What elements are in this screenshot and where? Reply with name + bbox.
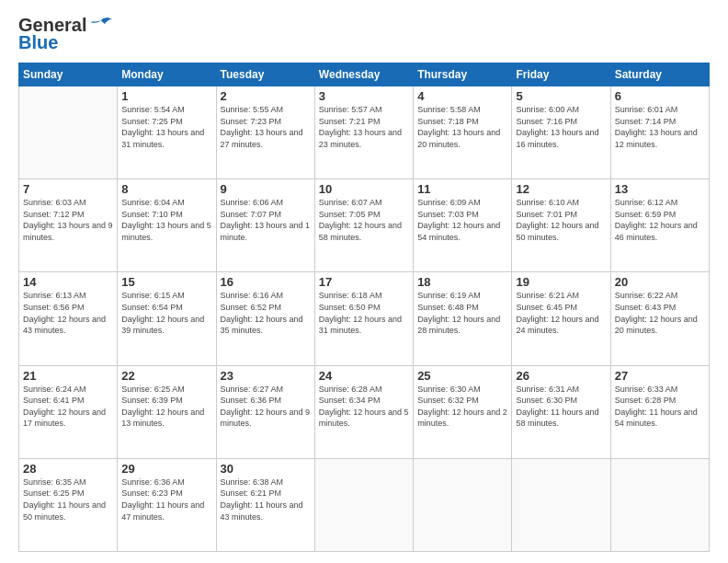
day-info: Sunrise: 6:36 AMSunset: 6:23 PMDaylight:… bbox=[121, 477, 204, 522]
calendar-header-sunday: Sunday bbox=[19, 63, 118, 86]
day-info: Sunrise: 6:13 AMSunset: 6:56 PMDaylight:… bbox=[23, 291, 106, 335]
day-info: Sunrise: 6:19 AMSunset: 6:48 PMDaylight:… bbox=[417, 291, 500, 335]
calendar-cell bbox=[414, 458, 512, 551]
day-info: Sunrise: 6:22 AMSunset: 6:43 PMDaylight:… bbox=[615, 291, 698, 335]
calendar-cell: 3 Sunrise: 5:57 AMSunset: 7:21 PMDayligh… bbox=[314, 86, 413, 179]
calendar-cell: 4 Sunrise: 5:58 AMSunset: 7:18 PMDayligh… bbox=[414, 86, 512, 179]
calendar-cell: 9 Sunrise: 6:06 AMSunset: 7:07 PMDayligh… bbox=[216, 179, 314, 272]
calendar-cell: 13 Sunrise: 6:12 AMSunset: 6:59 PMDaylig… bbox=[610, 179, 709, 272]
day-number: 1 bbox=[121, 89, 211, 103]
day-info: Sunrise: 6:27 AMSunset: 6:36 PMDaylight:… bbox=[221, 385, 311, 429]
day-info: Sunrise: 5:58 AMSunset: 7:18 PMDaylight:… bbox=[417, 105, 500, 149]
calendar-cell: 18 Sunrise: 6:19 AMSunset: 6:48 PMDaylig… bbox=[414, 272, 512, 365]
calendar-week-row: 1 Sunrise: 5:54 AMSunset: 7:25 PMDayligh… bbox=[19, 86, 710, 179]
day-number: 25 bbox=[417, 369, 507, 383]
day-info: Sunrise: 6:06 AMSunset: 7:07 PMDaylight:… bbox=[221, 198, 311, 242]
calendar-cell: 1 Sunrise: 5:54 AMSunset: 7:25 PMDayligh… bbox=[118, 86, 216, 179]
calendar-week-row: 14 Sunrise: 6:13 AMSunset: 6:56 PMDaylig… bbox=[19, 272, 710, 365]
day-info: Sunrise: 6:00 AMSunset: 7:16 PMDaylight:… bbox=[516, 105, 598, 149]
calendar-cell bbox=[610, 458, 709, 551]
day-info: Sunrise: 6:25 AMSunset: 6:39 PMDaylight:… bbox=[121, 385, 204, 429]
day-info: Sunrise: 6:01 AMSunset: 7:14 PMDaylight:… bbox=[615, 105, 698, 149]
calendar-cell: 21 Sunrise: 6:24 AMSunset: 6:41 PMDaylig… bbox=[19, 365, 118, 458]
logo-blue-text: Blue bbox=[18, 32, 58, 53]
day-number: 21 bbox=[23, 369, 113, 383]
day-info: Sunrise: 6:30 AMSunset: 6:32 PMDaylight:… bbox=[417, 385, 507, 429]
day-number: 24 bbox=[319, 369, 409, 383]
day-info: Sunrise: 6:35 AMSunset: 6:25 PMDaylight:… bbox=[23, 477, 106, 522]
calendar-cell: 14 Sunrise: 6:13 AMSunset: 6:56 PMDaylig… bbox=[19, 272, 118, 365]
day-number: 4 bbox=[417, 89, 507, 103]
day-number: 6 bbox=[615, 89, 705, 103]
calendar-cell: 12 Sunrise: 6:10 AMSunset: 7:01 PMDaylig… bbox=[512, 179, 610, 272]
calendar-cell bbox=[512, 458, 610, 551]
calendar-cell: 19 Sunrise: 6:21 AMSunset: 6:45 PMDaylig… bbox=[512, 272, 610, 365]
calendar-cell: 11 Sunrise: 6:09 AMSunset: 7:03 PMDaylig… bbox=[414, 179, 512, 272]
day-info: Sunrise: 5:54 AMSunset: 7:25 PMDaylight:… bbox=[121, 105, 204, 149]
day-info: Sunrise: 6:03 AMSunset: 7:12 PMDaylight:… bbox=[23, 198, 113, 242]
calendar-table: SundayMondayTuesdayWednesdayThursdayFrid… bbox=[18, 63, 710, 552]
day-number: 22 bbox=[121, 369, 211, 383]
day-number: 27 bbox=[615, 369, 705, 383]
day-info: Sunrise: 6:33 AMSunset: 6:28 PMDaylight:… bbox=[615, 385, 698, 429]
calendar-cell: 7 Sunrise: 6:03 AMSunset: 7:12 PMDayligh… bbox=[19, 179, 118, 272]
day-info: Sunrise: 6:07 AMSunset: 7:05 PMDaylight:… bbox=[319, 198, 402, 242]
day-info: Sunrise: 6:10 AMSunset: 7:01 PMDaylight:… bbox=[516, 198, 598, 242]
calendar-header-thursday: Thursday bbox=[414, 63, 512, 86]
day-number: 30 bbox=[221, 462, 311, 476]
day-number: 8 bbox=[121, 182, 211, 196]
day-number: 7 bbox=[23, 182, 113, 196]
day-number: 18 bbox=[417, 275, 507, 289]
calendar-header-monday: Monday bbox=[118, 63, 216, 86]
day-number: 13 bbox=[615, 182, 705, 196]
day-info: Sunrise: 5:55 AMSunset: 7:23 PMDaylight:… bbox=[221, 105, 303, 149]
calendar-cell bbox=[19, 86, 118, 179]
calendar-cell: 17 Sunrise: 6:18 AMSunset: 6:50 PMDaylig… bbox=[314, 272, 413, 365]
calendar-cell: 16 Sunrise: 6:16 AMSunset: 6:52 PMDaylig… bbox=[216, 272, 314, 365]
day-number: 16 bbox=[221, 275, 311, 289]
day-info: Sunrise: 6:38 AMSunset: 6:21 PMDaylight:… bbox=[221, 477, 303, 522]
calendar-cell: 23 Sunrise: 6:27 AMSunset: 6:36 PMDaylig… bbox=[216, 365, 314, 458]
day-number: 3 bbox=[319, 89, 409, 103]
calendar-header-friday: Friday bbox=[512, 63, 610, 86]
day-number: 11 bbox=[417, 182, 507, 196]
calendar-cell: 20 Sunrise: 6:22 AMSunset: 6:43 PMDaylig… bbox=[610, 272, 709, 365]
logo-bird-icon bbox=[88, 17, 114, 35]
calendar-cell: 22 Sunrise: 6:25 AMSunset: 6:39 PMDaylig… bbox=[118, 365, 216, 458]
day-number: 23 bbox=[221, 369, 311, 383]
day-number: 10 bbox=[319, 182, 409, 196]
calendar-cell: 2 Sunrise: 5:55 AMSunset: 7:23 PMDayligh… bbox=[216, 86, 314, 179]
calendar-cell: 8 Sunrise: 6:04 AMSunset: 7:10 PMDayligh… bbox=[118, 179, 216, 272]
day-info: Sunrise: 6:24 AMSunset: 6:41 PMDaylight:… bbox=[23, 385, 106, 429]
calendar-cell: 30 Sunrise: 6:38 AMSunset: 6:21 PMDaylig… bbox=[216, 458, 314, 551]
day-info: Sunrise: 6:21 AMSunset: 6:45 PMDaylight:… bbox=[516, 291, 598, 335]
day-number: 14 bbox=[23, 275, 113, 289]
day-info: Sunrise: 6:09 AMSunset: 7:03 PMDaylight:… bbox=[417, 198, 500, 242]
header: General Blue bbox=[18, 15, 710, 53]
day-number: 20 bbox=[615, 275, 705, 289]
day-number: 9 bbox=[221, 182, 311, 196]
day-number: 29 bbox=[121, 462, 211, 476]
day-info: Sunrise: 6:31 AMSunset: 6:30 PMDaylight:… bbox=[516, 385, 598, 429]
day-number: 2 bbox=[221, 89, 311, 103]
day-info: Sunrise: 6:16 AMSunset: 6:52 PMDaylight:… bbox=[221, 291, 303, 335]
day-number: 17 bbox=[319, 275, 409, 289]
calendar-cell: 6 Sunrise: 6:01 AMSunset: 7:14 PMDayligh… bbox=[610, 86, 709, 179]
calendar-cell: 15 Sunrise: 6:15 AMSunset: 6:54 PMDaylig… bbox=[118, 272, 216, 365]
calendar-cell bbox=[314, 458, 413, 551]
day-info: Sunrise: 6:18 AMSunset: 6:50 PMDaylight:… bbox=[319, 291, 402, 335]
day-info: Sunrise: 6:15 AMSunset: 6:54 PMDaylight:… bbox=[121, 291, 204, 335]
day-number: 15 bbox=[121, 275, 211, 289]
day-number: 5 bbox=[516, 89, 606, 103]
calendar-header-row: SundayMondayTuesdayWednesdayThursdayFrid… bbox=[19, 63, 710, 86]
calendar-header-tuesday: Tuesday bbox=[216, 63, 314, 86]
logo: General Blue bbox=[18, 15, 114, 53]
page: General Blue SundayMondayTuesdayWednesda… bbox=[0, 0, 728, 563]
calendar-cell: 26 Sunrise: 6:31 AMSunset: 6:30 PMDaylig… bbox=[512, 365, 610, 458]
calendar-cell: 27 Sunrise: 6:33 AMSunset: 6:28 PMDaylig… bbox=[610, 365, 709, 458]
day-number: 26 bbox=[516, 369, 606, 383]
calendar-cell: 10 Sunrise: 6:07 AMSunset: 7:05 PMDaylig… bbox=[314, 179, 413, 272]
calendar-cell: 24 Sunrise: 6:28 AMSunset: 6:34 PMDaylig… bbox=[314, 365, 413, 458]
calendar-cell: 29 Sunrise: 6:36 AMSunset: 6:23 PMDaylig… bbox=[118, 458, 216, 551]
day-info: Sunrise: 6:04 AMSunset: 7:10 PMDaylight:… bbox=[121, 198, 211, 242]
